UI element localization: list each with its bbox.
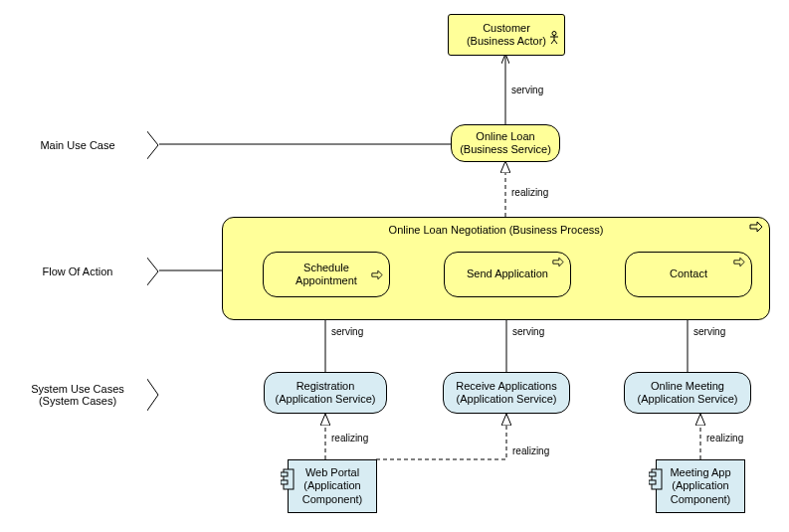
svg-point-12: [552, 32, 556, 36]
node-receive-app[interactable]: Receive Applications (Application Servic…: [443, 372, 570, 414]
node-send-app[interactable]: Send Application: [444, 252, 571, 297]
node-process[interactable]: Online Loan Negotiation (Business Proces…: [222, 217, 770, 320]
label-main-use-case: Main Use Case: [8, 124, 147, 166]
node-contact[interactable]: Contact: [625, 252, 752, 297]
node-customer-text: Customer (Business Actor): [467, 22, 546, 48]
node-schedule-text: Schedule Appointment: [296, 262, 357, 287]
label-system-text: System Use Cases (System Cases): [31, 383, 124, 407]
edge-realizing-4: realizing: [706, 433, 743, 443]
label-flow-text: Flow Of Action: [43, 266, 113, 277]
svg-line-15: [551, 40, 554, 44]
node-online-loan[interactable]: Online Loan (Business Service): [451, 124, 560, 162]
sendapp-arrow-icon: [552, 257, 564, 269]
edge-serving-2: serving: [331, 326, 363, 337]
node-schedule[interactable]: Schedule Appointment: [263, 252, 390, 297]
node-registration[interactable]: Registration (Application Service): [264, 372, 387, 414]
process-arrow-icon: [749, 222, 763, 234]
edge-serving-1: serving: [511, 85, 543, 95]
label-flow-of-action: Flow Of Action: [8, 251, 147, 292]
component-icon: [281, 468, 295, 490]
component-icon-2: [649, 468, 663, 490]
node-meeting-app[interactable]: Meeting App (Application Component): [656, 459, 745, 513]
process-title: Online Loan Negotiation (Business Proces…: [223, 224, 769, 236]
contact-arrow-icon: [733, 257, 745, 269]
edge-serving-3: serving: [512, 326, 544, 337]
svg-line-16: [554, 40, 557, 44]
node-online-meeting[interactable]: Online Meeting (Application Service): [624, 372, 751, 414]
node-send-app-text: Send Application: [467, 267, 548, 280]
svg-rect-19: [281, 480, 288, 484]
diagram-canvas: Main Use Case Flow Of Action System Use …: [0, 0, 789, 532]
edge-serving-4: serving: [693, 326, 725, 337]
node-online-meeting-text: Online Meeting (Application Service): [638, 380, 738, 406]
label-main-use-case-text: Main Use Case: [40, 139, 114, 151]
node-web-portal[interactable]: Web Portal (Application Component): [288, 459, 377, 513]
node-online-loan-text: Online Loan (Business Service): [460, 130, 551, 156]
svg-rect-18: [281, 472, 288, 476]
node-meeting-app-text: Meeting App (Application Component): [670, 466, 730, 506]
actor-icon: [549, 18, 559, 47]
edge-realizing-3: realizing: [512, 445, 549, 456]
node-web-portal-text: Web Portal (Application Component): [302, 466, 363, 506]
edge-realizing-2: realizing: [331, 433, 368, 443]
node-contact-text: Contact: [670, 267, 707, 280]
schedule-arrow-icon: [371, 257, 383, 282]
label-system-use-cases: System Use Cases (System Cases): [8, 371, 147, 419]
node-registration-text: Registration (Application Service): [276, 380, 376, 406]
svg-rect-22: [649, 480, 656, 484]
node-customer[interactable]: Customer (Business Actor): [448, 14, 565, 56]
edge-realizing-1: realizing: [511, 187, 548, 198]
node-receive-app-text: Receive Applications (Application Servic…: [456, 380, 557, 406]
svg-rect-21: [649, 472, 656, 476]
